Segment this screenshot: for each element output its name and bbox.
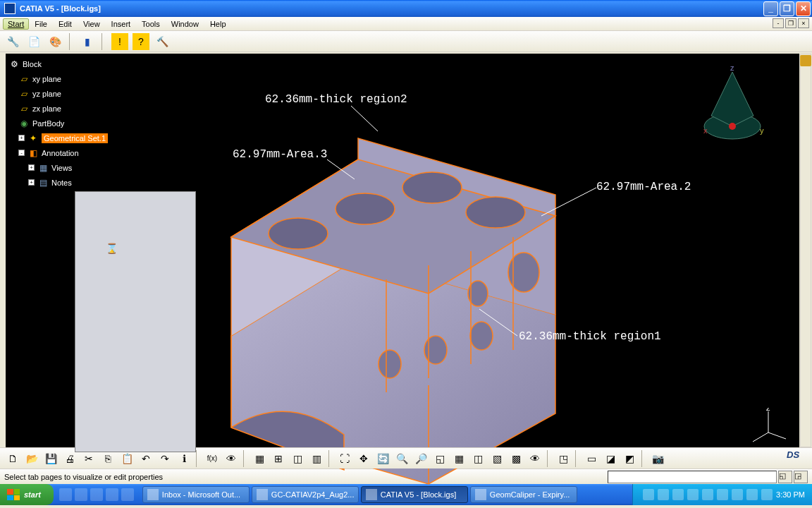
svg-text:x: x [703,126,708,135]
clock[interactable]: 3:30 PM [776,490,805,499]
mdi-minimize[interactable]: - [773,18,784,28]
help-button[interactable]: ? [133,33,149,50]
tool-button-2[interactable]: 📄 [25,33,42,50]
close-button[interactable]: ✕ [796,1,811,16]
status-button-1[interactable]: ◱ [778,471,792,483]
tray-icon[interactable] [761,489,773,500]
view-button[interactable]: 👁 [223,450,240,467]
tool-11[interactable]: ◩ [621,450,638,467]
tree-item-yz-plane[interactable]: ▱yz plane [8,86,108,101]
expand-icon[interactable]: + [28,179,35,186]
workbench-button[interactable]: 🔧 [4,33,21,50]
menu-view[interactable]: View [78,18,106,30]
print-button[interactable]: 🖨 [61,450,78,467]
whatsthis-button[interactable]: ℹ [176,450,192,467]
tool-button-5[interactable]: 🔨 [154,33,171,50]
maximize-button[interactable]: ❐ [780,1,794,16]
zoom-out-button[interactable]: 🔎 [412,450,429,467]
window-title: CATIA V5 - [Block.igs] [18,4,762,13]
tool-button-4[interactable]: ▮ [79,33,96,50]
annotation-area-3[interactable]: 62.97mm-Area.3 [233,148,327,161]
tree-item-annotation[interactable]: -◧Annotation [8,145,108,160]
system-tray[interactable]: 3:30 PM [632,484,812,505]
tool-7[interactable]: ▥ [308,450,325,467]
snap-button[interactable]: ⊞ [270,450,287,467]
status-button-2[interactable]: ◲ [794,471,808,483]
tray-icon[interactable] [746,489,758,500]
menu-insert[interactable]: Insert [106,18,137,30]
wireframe-button[interactable]: ▩ [508,450,524,467]
menu-window[interactable]: Window [166,18,204,30]
tray-icon[interactable] [672,489,684,500]
command-input[interactable] [608,471,777,483]
new-button[interactable]: 🗋 [4,450,21,467]
menu-help[interactable]: Help [204,18,232,30]
menu-edit[interactable]: Edit [53,18,78,30]
ql-icon-4[interactable] [106,488,118,501]
tree-item-views[interactable]: +▦Views [8,160,108,175]
expand-icon[interactable]: - [18,150,25,156]
expand-icon[interactable]: + [28,164,35,171]
tool-9[interactable]: ▭ [583,450,600,467]
tray-icon[interactable] [643,489,654,500]
tool-10[interactable]: ◪ [602,450,619,467]
grid-button[interactable]: ▦ [251,450,268,467]
warning-button[interactable]: ! [111,33,128,50]
menu-start[interactable]: Start [3,18,29,30]
tree-item-xy-plane[interactable]: ▱xy plane [8,71,108,86]
ql-icon-3[interactable] [90,488,103,501]
ql-icon-5[interactable] [121,488,134,501]
properties-popup[interactable] [75,191,196,452]
tree-root[interactable]: ⚙Block [8,56,108,71]
ql-icon-2[interactable] [75,488,87,501]
scrollbar-vertical[interactable] [800,54,811,447]
start-button[interactable]: start [0,484,54,505]
paste-button[interactable]: 📋 [118,450,135,467]
multi-view-button[interactable]: ▦ [450,450,467,467]
annotation-thick-region2[interactable]: 62.36mm-thick region2 [265,93,407,106]
annotation-area-2[interactable]: 62.97mm-Area.2 [596,181,691,193]
formula-button[interactable]: f(x) [204,450,221,467]
tray-icon[interactable] [732,489,743,500]
tool-6[interactable]: ◫ [289,450,306,467]
tray-icon[interactable] [658,489,669,500]
copy-button[interactable]: ⎘ [99,450,116,467]
compass[interactable]: x y z [694,66,771,151]
save-button[interactable]: 💾 [42,450,59,467]
tray-icon[interactable] [702,489,713,500]
zoom-in-button[interactable]: 🔍 [393,450,410,467]
tree-item-zx-plane[interactable]: ▱zx plane [8,101,108,116]
tray-icon[interactable] [687,489,699,500]
tree-item-geoset[interactable]: +✦Geometrical Set.1 [8,131,108,145]
capture-button[interactable]: 📷 [649,450,666,467]
body-icon: ◉ [18,118,30,129]
tree-item-notes[interactable]: +▤Notes [8,175,108,190]
redo-button[interactable]: ↷ [156,450,173,467]
normal-view-button[interactable]: ◱ [431,450,448,467]
menu-tools[interactable]: Tools [136,18,166,30]
expand-icon[interactable]: + [18,135,25,141]
specification-tree[interactable]: ⚙Block ▱xy plane ▱yz plane ▱zx plane ◉Pa… [8,56,108,190]
cut-button[interactable]: ✂ [80,450,97,467]
tool-8[interactable]: ◳ [555,450,572,467]
pan-button[interactable]: ✥ [355,450,372,467]
menu-file[interactable]: File [29,18,53,30]
mdi-close[interactable]: × [798,18,809,28]
open-button[interactable]: 📂 [23,450,40,467]
ql-icon-1[interactable] [59,488,72,501]
tray-icon[interactable] [717,489,728,500]
minimize-button[interactable]: _ [763,1,778,16]
workbench-corner-icon[interactable] [800,55,811,66]
annotation-thick-region1[interactable]: 62.36mm-thick region1 [519,330,661,343]
viewport-3d[interactable]: ⚙Block ▱xy plane ▱yz plane ▱zx plane ◉Pa… [6,54,799,447]
hide-show-button[interactable]: 👁 [527,450,543,467]
shading-button[interactable]: ▧ [488,450,505,467]
tree-item-partbody[interactable]: ◉PartBody [8,116,108,131]
fit-all-button[interactable]: ⛶ [336,450,353,467]
undo-button[interactable]: ↶ [137,450,154,467]
axis-triad[interactable]: z [747,408,789,443]
tool-button-3[interactable]: 🎨 [47,33,63,50]
mdi-restore[interactable]: ❐ [785,18,796,28]
rotate-button[interactable]: 🔄 [374,450,391,467]
iso-button[interactable]: ◫ [469,450,486,467]
